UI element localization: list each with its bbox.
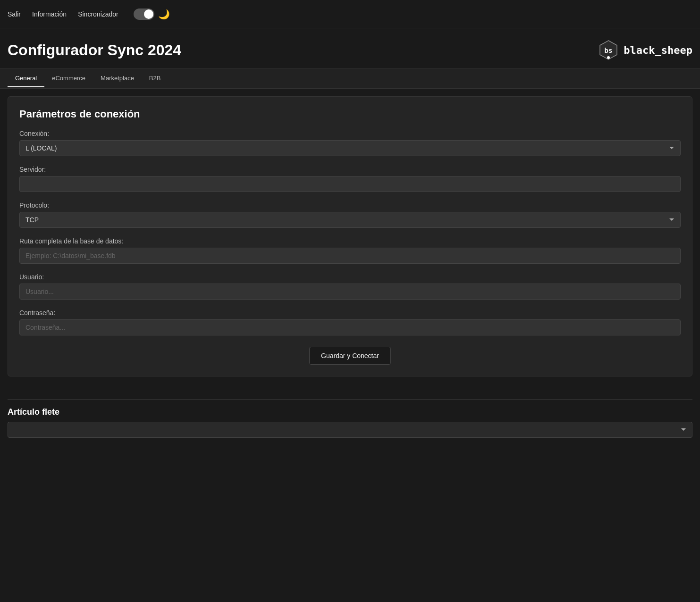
toggle-thumb	[144, 9, 153, 19]
contrasena-group: Contraseña:	[19, 309, 681, 335]
section-divider	[8, 399, 692, 400]
articulo-flete-select[interactable]	[8, 422, 692, 438]
theme-toggle[interactable]	[134, 8, 154, 20]
ruta-input[interactable]	[19, 248, 681, 264]
conexion-group: Conexión: L (LOCAL) R (REMOTE) N (NETWOR…	[19, 130, 681, 156]
servidor-group: Servidor:	[19, 166, 681, 192]
conexion-select[interactable]: L (LOCAL) R (REMOTE) N (NETWORK)	[19, 140, 681, 156]
toggle-track	[134, 8, 154, 20]
articulo-flete-label: Artículo flete	[8, 407, 692, 417]
tab-b2b[interactable]: B2B	[142, 70, 169, 87]
usuario-label: Usuario:	[19, 273, 681, 281]
salir-link[interactable]: Salir	[8, 10, 21, 18]
contrasena-input[interactable]	[19, 319, 681, 335]
topbar: Salir Información Sincronizador 🌙	[0, 0, 700, 28]
ruta-label: Ruta completa de la base de datos:	[19, 237, 681, 245]
protocolo-label: Protocolo:	[19, 201, 681, 209]
tab-ecommerce[interactable]: eCommerce	[44, 70, 93, 87]
articulo-flete-section: Artículo flete	[0, 392, 700, 445]
usuario-input[interactable]	[19, 284, 681, 300]
conexion-label: Conexión:	[19, 130, 681, 137]
svg-point-2	[607, 56, 610, 59]
moon-icon: 🌙	[158, 8, 170, 20]
brand-logo: bs black_sheep	[598, 40, 692, 60]
protocolo-group: Protocolo: TCP UDP HTTP HTTPS	[19, 201, 681, 228]
brand-hex-icon: bs	[598, 40, 619, 60]
protocolo-select[interactable]: TCP UDP HTTP HTTPS	[19, 212, 681, 228]
tab-marketplace[interactable]: Marketplace	[93, 70, 142, 87]
usuario-group: Usuario:	[19, 273, 681, 300]
contrasena-label: Contraseña:	[19, 309, 681, 317]
tab-general[interactable]: General	[8, 70, 44, 87]
header-area: Configurador Sync 2024 bs black_sheep	[0, 28, 700, 68]
servidor-input[interactable]	[19, 176, 681, 192]
save-connect-button[interactable]: Guardar y Conectar	[309, 347, 391, 365]
connection-card: Parámetros de conexión Conexión: L (LOCA…	[8, 96, 692, 376]
sincronizador-link[interactable]: Sincronizador	[78, 10, 118, 18]
ruta-group: Ruta completa de la base de datos:	[19, 237, 681, 264]
app-title: Configurador Sync 2024	[8, 42, 181, 59]
brand-name: black_sheep	[624, 44, 692, 56]
card-title: Parámetros de conexión	[19, 108, 681, 120]
servidor-label: Servidor:	[19, 166, 681, 173]
theme-toggle-container: 🌙	[134, 8, 170, 20]
informacion-link[interactable]: Información	[32, 10, 67, 18]
tabs-bar: General eCommerce Marketplace B2B	[0, 68, 700, 89]
main-content: Parámetros de conexión Conexión: L (LOCA…	[0, 89, 700, 392]
svg-text:bs: bs	[605, 47, 613, 54]
